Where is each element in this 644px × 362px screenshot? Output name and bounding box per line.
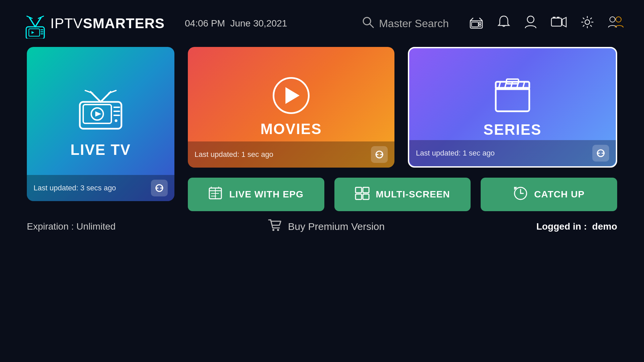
- logo-text: IPTVSMARTERS: [50, 15, 165, 32]
- movies-title: MOVIES: [260, 121, 322, 137]
- bottom-buttons: LIVE WITH EPG MULTI-SCREEN: [188, 178, 617, 211]
- multiscreen-icon: [355, 187, 370, 202]
- search-icon: [362, 16, 374, 31]
- svg-point-14: [479, 22, 481, 24]
- header: IPTVSMARTERS 04:06 PM June 30,2021 Maste…: [0, 0, 644, 47]
- movies-card[interactable]: MOVIES Last updated: 1 sec ago: [188, 47, 394, 168]
- buy-premium-button[interactable]: Buy Premium Version: [267, 218, 385, 235]
- live-tv-title: LIVE TV: [70, 141, 131, 158]
- svg-point-37: [115, 119, 117, 122]
- expiration-label: Expiration :: [27, 221, 74, 232]
- svg-rect-53: [356, 187, 362, 193]
- live-with-epg-label: LIVE WITH EPG: [229, 189, 304, 200]
- play-triangle: [285, 87, 300, 104]
- svg-rect-19: [551, 18, 561, 26]
- svg-line-11: [370, 24, 373, 27]
- switch-user-icon[interactable]: [608, 15, 624, 33]
- series-clapperboard-icon: [492, 76, 533, 115]
- tv-icon: [74, 90, 127, 135]
- cards-row: LIVE TV Last updated: 3 secs ago: [27, 47, 617, 211]
- live-tv-card[interactable]: LIVE TV Last updated: 3 secs ago: [27, 47, 174, 201]
- svg-point-61: [277, 229, 279, 231]
- svg-point-60: [272, 229, 274, 231]
- svg-point-23: [585, 20, 590, 24]
- expiration-area: Expiration : Unlimited: [27, 221, 116, 232]
- svg-rect-55: [356, 194, 362, 199]
- live-tv-refresh-button[interactable]: [151, 180, 168, 196]
- series-refresh-button[interactable]: [592, 145, 609, 162]
- svg-point-24: [610, 17, 615, 22]
- svg-marker-20: [562, 17, 566, 27]
- svg-marker-33: [95, 111, 101, 117]
- svg-rect-21: [553, 17, 555, 18]
- right-side: MOVIES Last updated: 1 sec ago: [188, 47, 617, 211]
- movies-footer: Last updated: 1 sec ago: [188, 141, 394, 168]
- settings-icon[interactable]: [580, 15, 594, 32]
- search-label: Master Search: [379, 17, 449, 30]
- svg-rect-54: [363, 187, 369, 193]
- catch-up-label: CATCH UP: [534, 189, 585, 200]
- master-search[interactable]: Master Search: [362, 16, 449, 31]
- rec-icon[interactable]: [551, 16, 567, 31]
- svg-rect-56: [363, 194, 369, 199]
- svg-marker-6: [32, 31, 34, 34]
- logged-in-label: Logged in :: [536, 221, 587, 232]
- series-card[interactable]: SERIES Last updated: 1 sec ago: [408, 47, 617, 168]
- svg-point-25: [616, 17, 621, 22]
- svg-rect-13: [472, 22, 478, 27]
- catch-up-button[interactable]: CATCH UP: [481, 178, 617, 211]
- expiration-value: Unlimited: [76, 221, 116, 232]
- series-update: Last updated: 1 sec ago: [416, 149, 495, 158]
- user-icon[interactable]: [524, 15, 537, 33]
- movies-update: Last updated: 1 sec ago: [195, 150, 273, 159]
- cart-icon: [267, 218, 282, 235]
- svg-rect-38: [496, 88, 529, 111]
- live-tv-footer: Last updated: 3 secs ago: [27, 175, 174, 201]
- catchup-icon: [513, 186, 528, 203]
- svg-line-0: [30, 18, 35, 27]
- datetime: 04:06 PM June 30,2021: [185, 18, 287, 29]
- bell-icon[interactable]: [497, 15, 511, 33]
- svg-point-15: [479, 24, 481, 26]
- iptv-logo-icon: [20, 8, 50, 39]
- buy-premium-label: Buy Premium Version: [288, 221, 385, 232]
- main-content: LIVE TV Last updated: 3 secs ago: [0, 47, 644, 211]
- svg-rect-22: [557, 17, 559, 18]
- logged-in-area: Logged in : demo: [536, 221, 617, 232]
- top-cards: MOVIES Last updated: 1 sec ago: [188, 47, 617, 168]
- multi-screen-label: MULTI-SCREEN: [376, 189, 450, 200]
- footer: Expiration : Unlimited Buy Premium Versi…: [0, 218, 644, 235]
- radio-icon[interactable]: [469, 15, 484, 33]
- logged-in-user: demo: [592, 221, 617, 232]
- live-tv-update: Last updated: 3 secs ago: [34, 184, 116, 192]
- series-footer: Last updated: 1 sec ago: [409, 140, 616, 166]
- logo-area: IPTVSMARTERS: [20, 8, 165, 39]
- epg-icon: [209, 187, 223, 202]
- live-with-epg-button[interactable]: LIVE WITH EPG: [188, 178, 324, 211]
- svg-line-1: [35, 18, 41, 27]
- movies-refresh-button[interactable]: [371, 146, 388, 163]
- multi-screen-button[interactable]: MULTI-SCREEN: [334, 178, 471, 211]
- svg-point-18: [527, 16, 534, 23]
- series-title: SERIES: [483, 121, 541, 138]
- header-icons: [469, 15, 624, 33]
- movies-play-icon: [273, 77, 310, 114]
